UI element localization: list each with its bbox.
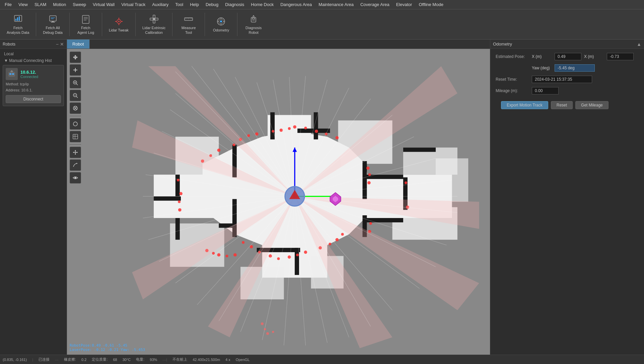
menu-home-dock[interactable]: Home Dock (247, 1, 277, 8)
method-value: tcp/ip (20, 82, 29, 86)
map-zoom-in-tool[interactable] (70, 77, 81, 88)
robot-status: Connected (20, 75, 38, 79)
lidar-extrinsic-label: Lidar ExtrinsicCalibration (142, 26, 165, 34)
menu-maintenance[interactable]: Maintenance Area (315, 1, 357, 8)
map-zoom-out-tool[interactable] (70, 90, 81, 101)
sidebar-content: Local ▼ Manual Connecting Hist (0, 49, 67, 109)
menu-auxiliary[interactable]: Auxiliary (149, 1, 172, 8)
toolbar-sep-7 (237, 13, 237, 36)
measure-tool-button[interactable]: MeasureTool (175, 11, 202, 38)
lidar-extrinsic-icon (149, 14, 159, 24)
svg-point-137 (329, 243, 331, 245)
svg-line-54 (76, 96, 78, 98)
menu-diagnosis[interactable]: Diagnosis (222, 1, 247, 8)
sidebar-close-button[interactable]: ✕ (60, 42, 64, 47)
export-motion-track-button[interactable]: Export Motion Track (501, 101, 548, 109)
menu-motion[interactable]: Motion (50, 1, 69, 8)
menu-elevator[interactable]: Elevator (393, 1, 416, 8)
status-connected: 已连接 (39, 357, 50, 362)
robot-tab[interactable]: Robot (67, 40, 90, 49)
map-grid-tool[interactable] (70, 131, 81, 142)
menu-tool[interactable]: Tool (172, 1, 187, 8)
lidar-tweak-icon (114, 16, 124, 27)
svg-point-105 (288, 127, 291, 130)
menu-offline[interactable]: Offline Mode (415, 1, 446, 8)
sidebar-header: Robots − ✕ (0, 40, 67, 49)
pose-fields: X (m) 0.49 X (m) -0.73 (532, 53, 634, 60)
svg-point-141 (217, 149, 221, 152)
fetch-debug-button[interactable]: Fetch AllDebug Data (39, 11, 67, 38)
svg-line-51 (76, 84, 78, 85)
svg-point-37 (252, 18, 253, 19)
fetch-debug-icon (48, 14, 58, 24)
sidebar-pin-button[interactable]: − (56, 42, 59, 47)
svg-point-134 (233, 253, 237, 257)
svg-point-194 (264, 328, 266, 330)
svg-rect-99 (175, 218, 180, 240)
disconnect-button[interactable]: Disconnect (6, 95, 61, 103)
fetch-agent-label: FetchAgent Log (77, 26, 94, 34)
menu-coverage[interactable]: Coverage Area (357, 1, 393, 8)
odometry-label: Odometry (213, 28, 229, 32)
reset-button[interactable]: Reset (551, 101, 573, 109)
map-add-tool[interactable] (70, 64, 81, 76)
svg-point-116 (405, 181, 407, 184)
lidar-extrinsic-button[interactable]: Lidar ExtrinsicCalibration (138, 11, 169, 38)
map-path-tool[interactable] (70, 159, 81, 171)
svg-point-113 (367, 181, 371, 185)
map-toolbar (70, 52, 81, 184)
map-reset-tool[interactable] (70, 102, 81, 114)
menu-help[interactable]: Help (187, 1, 202, 8)
sidebar-manual-hist[interactable]: ▼ Manual Connecting Hist (1, 58, 65, 64)
svg-point-38 (254, 18, 255, 19)
map-visualization[interactable] (67, 49, 490, 355)
reset-time-row: Reset Time: 2024-03-21 15:37:35 (496, 76, 639, 83)
menu-virtual-track[interactable]: Virtual Track (118, 1, 149, 8)
svg-point-126 (179, 192, 183, 195)
get-mileage-button[interactable]: Get Mileage (575, 101, 609, 109)
status-location-label: 定位质量: (92, 357, 108, 362)
map-pan-tool[interactable] (70, 147, 81, 158)
svg-rect-43 (12, 73, 14, 75)
svg-point-106 (293, 125, 296, 129)
map-coords-line2: LaserPose: -0.12 -0.21 Yaw: -5.453 (70, 348, 145, 352)
odometry-button[interactable]: Odometry (208, 11, 234, 38)
odometry-title: Odometry (493, 42, 512, 47)
svg-point-101 (247, 134, 250, 137)
lidar-tweak-button[interactable]: Lidar Tweak (105, 11, 133, 38)
svg-rect-95 (365, 218, 403, 222)
svg-point-132 (217, 253, 221, 257)
menu-slam[interactable]: SLAM (31, 1, 50, 8)
menu-view[interactable]: View (15, 1, 31, 8)
map-select-tool[interactable] (70, 118, 81, 130)
svg-rect-90 (270, 112, 275, 139)
svg-point-21 (153, 18, 155, 20)
fetch-analysis-button[interactable]: FetchAnalysis Data (3, 11, 33, 38)
menu-debug[interactable]: Debug (202, 1, 222, 8)
menubar: File View SLAM Motion Sweep Virtual Wall… (0, 0, 644, 9)
status-sep-1: | (32, 358, 33, 362)
status-location-value: 68 (113, 358, 117, 362)
svg-rect-98 (175, 175, 180, 197)
robot-icon (6, 68, 18, 80)
diagnosis-robot-button[interactable]: DiagnosisRobot (240, 11, 267, 38)
menu-dangerous-area[interactable]: Dangerous Area (277, 1, 315, 8)
toolbar: FetchAnalysis Data Fetch AllDebug Data F… (0, 9, 644, 40)
sidebar-local-label[interactable]: Local (1, 50, 65, 58)
sidebar: Robots − ✕ Local ▼ Manual Connecting His… (0, 40, 67, 355)
yaw-row: Yaw (deg) -5.45 deg (496, 64, 639, 72)
menu-file[interactable]: File (1, 1, 15, 8)
yaw-label: Yaw (deg) (532, 66, 552, 70)
fetch-agent-button[interactable]: FetchAgent Log (72, 11, 99, 38)
statusbar: (0.835, -0.161) | 已连接 --- 橡皮擦: 0.2 定位质量:… (0, 355, 644, 364)
map-move-tool[interactable] (70, 52, 81, 63)
map-coordinates: RobotPose:0.49 -0.61 -5.45 LaserPose: -0… (70, 343, 145, 352)
menu-virtual-wall[interactable]: Virtual Wall (89, 1, 118, 8)
map-eye-tool[interactable] (70, 172, 81, 184)
map-view[interactable]: SLAMTEC (67, 49, 490, 355)
menu-sweep[interactable]: Sweep (69, 1, 89, 8)
odometry-collapse-button[interactable]: ▲ (637, 42, 641, 47)
fetch-debug-label: Fetch AllDebug Data (43, 26, 63, 34)
address-label: Address: (6, 88, 20, 92)
map-toolbar-sep-1 (70, 116, 81, 116)
